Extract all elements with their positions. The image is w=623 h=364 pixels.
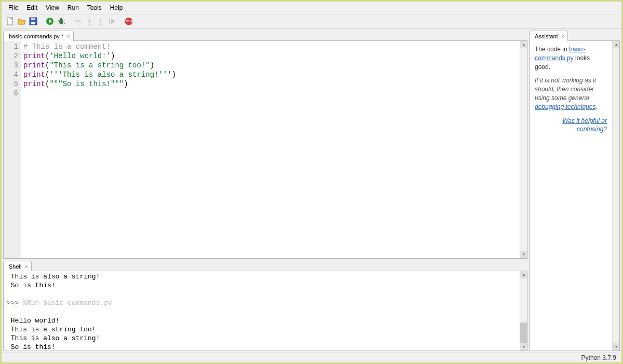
step-out-icon (97, 17, 105, 25)
assistant-content: The code in basic-commands.py looks good… (530, 41, 612, 351)
assistant-feedback-link[interactable]: Was it helpful or confusing? (535, 117, 607, 134)
line-gutter: 123456 (4, 41, 21, 258)
stop-button[interactable]: STOP (124, 17, 133, 26)
close-icon[interactable]: × (24, 263, 28, 270)
shell-scrollbar[interactable]: ▴ ▾ (520, 271, 527, 351)
save-disk-icon (29, 17, 37, 25)
close-icon[interactable]: × (66, 33, 70, 39)
debug-bug-icon (57, 17, 65, 25)
assistant-tab-label: Assistant (535, 33, 558, 39)
open-folder-icon (18, 17, 26, 25)
shell-output[interactable]: This is also a string! So is this! >>> %… (4, 271, 520, 351)
menu-tools[interactable]: Tools (83, 3, 106, 13)
debug-button[interactable] (57, 17, 66, 26)
new-file-button[interactable] (6, 17, 15, 26)
assistant-debug-link[interactable]: debugging techniques (535, 103, 595, 110)
scroll-down-icon[interactable]: ▾ (613, 343, 619, 351)
save-button[interactable] (29, 17, 38, 26)
svg-point-6 (60, 18, 63, 21)
scroll-up-icon[interactable]: ▴ (520, 271, 527, 278)
editor-tab-label: basic-commands.py * (9, 33, 63, 39)
resume-button[interactable] (107, 17, 117, 26)
menu-edit[interactable]: Edit (22, 3, 42, 13)
toolbar: STOP (2, 15, 621, 29)
python-version-label[interactable]: Python 3.7.9 (581, 354, 616, 361)
shell-panel: Shell × This is also a string! So is thi… (3, 260, 527, 351)
svg-line-9 (58, 23, 59, 24)
editor-tab[interactable]: basic-commands.py * × (3, 31, 74, 41)
scroll-down-icon[interactable]: ▾ (520, 251, 527, 258)
assistant-tab[interactable]: Assistant × (529, 31, 568, 41)
close-icon[interactable]: × (561, 33, 564, 39)
scroll-up-icon[interactable]: ▴ (613, 41, 619, 48)
menu-run[interactable]: Run (63, 3, 83, 13)
menu-view[interactable]: View (42, 3, 63, 13)
shell-tab[interactable]: Shell × (3, 261, 32, 271)
assistant-panel: Assistant × The code in basic-commands.p… (529, 30, 620, 351)
editor-scrollbar[interactable]: ▴ ▾ (520, 41, 527, 258)
scroll-down-icon[interactable]: ▾ (520, 343, 527, 351)
resume-icon (108, 17, 116, 25)
step-over-button[interactable] (73, 17, 83, 26)
step-over-icon (74, 17, 82, 25)
svg-point-12 (100, 24, 102, 25)
svg-text:STOP: STOP (125, 20, 132, 23)
menu-file[interactable]: File (4, 3, 22, 13)
open-button[interactable] (17, 17, 26, 26)
scroll-up-icon[interactable]: ▴ (520, 41, 527, 48)
shell-tab-label: Shell (9, 263, 21, 270)
svg-point-11 (89, 24, 90, 25)
step-out-button[interactable] (96, 17, 105, 26)
editor-panel: basic-commands.py * × 123456 # This is a… (3, 30, 527, 259)
new-file-icon (6, 17, 15, 25)
svg-rect-3 (31, 18, 35, 20)
assistant-scrollbar[interactable]: ▴ ▾ (612, 41, 619, 351)
menu-bar: File Edit View Run Tools Help (2, 2, 621, 15)
svg-rect-2 (31, 22, 35, 24)
scroll-thumb[interactable] (520, 323, 527, 343)
status-bar: Python 3.7.9 (2, 353, 621, 362)
menu-help[interactable]: Help (106, 3, 127, 13)
run-button[interactable] (45, 17, 55, 26)
svg-line-8 (64, 20, 65, 21)
svg-line-10 (64, 23, 65, 24)
step-into-button[interactable] (85, 17, 94, 26)
stop-icon: STOP (125, 17, 133, 25)
run-play-icon (46, 17, 54, 25)
step-into-icon (85, 17, 93, 25)
svg-line-7 (58, 20, 59, 21)
code-editor[interactable]: # This is a comment! print('Hello world!… (21, 41, 520, 258)
